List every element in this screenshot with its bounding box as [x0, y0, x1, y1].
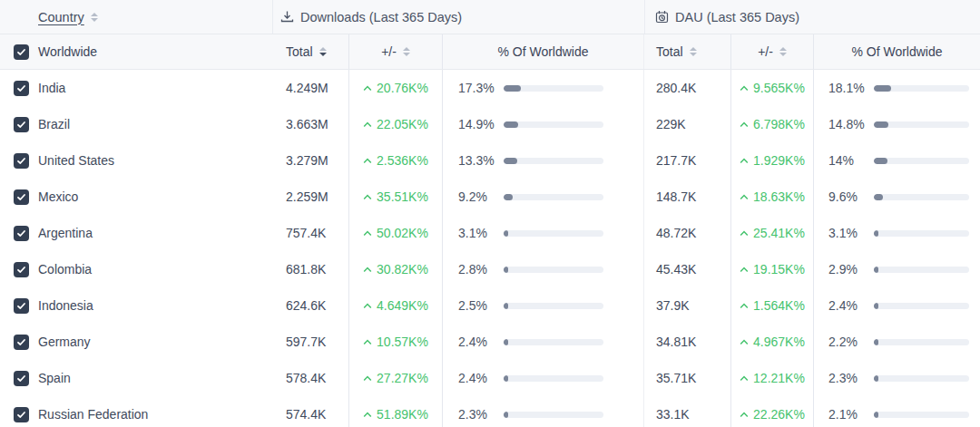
dau-total: 34.81K: [644, 324, 731, 360]
downloads-pct-text: 2.4%: [458, 371, 504, 385]
dau-total: 148.7K: [644, 179, 731, 215]
trend-up-icon: [363, 194, 372, 200]
dau-total: 33.1K: [644, 396, 731, 427]
dau-pct-fill: [874, 230, 878, 237]
dau-pct-bar: [874, 158, 969, 164]
sort-icon[interactable]: [403, 47, 410, 56]
dau-pct-text: 2.9%: [828, 262, 874, 277]
row-checkbox-cell: [0, 287, 38, 324]
trend-up-icon: [740, 412, 749, 418]
row-checkbox[interactable]: [14, 335, 29, 350]
downloads-total: 597.7K: [272, 324, 349, 360]
dau-change-cell: 4.967K%: [731, 324, 814, 360]
downloads-total: 574.4K: [272, 396, 349, 427]
sort-icon[interactable]: [319, 47, 327, 56]
dau-change-value: 9.565K%: [753, 81, 805, 95]
row-checkbox[interactable]: [14, 226, 29, 241]
dau-pct-fill: [874, 303, 878, 309]
table-row[interactable]: Brazil 3.663M 22.05K% 14.9% 229K 6.798K%…: [0, 106, 980, 142]
downloads-pct-bar: [504, 267, 603, 273]
row-checkbox[interactable]: [14, 81, 29, 96]
downloads-change-value: 51.89K%: [377, 407, 428, 422]
country-header-label[interactable]: Country: [38, 10, 84, 24]
dau-pct-bar: [874, 194, 969, 200]
table-row[interactable]: United States 3.279M 2.536K% 13.3% 217.7…: [0, 142, 980, 179]
dau-pct-bar: [874, 375, 969, 382]
downloads-change-value: 22.05K%: [377, 117, 428, 131]
dau-header-label: DAU (Last 365 Days): [675, 10, 799, 24]
dau-pct-bar: [874, 230, 969, 237]
select-all-checkbox[interactable]: [14, 44, 29, 60]
row-checkbox[interactable]: [14, 189, 29, 205]
row-checkbox[interactable]: [14, 117, 29, 132]
country-name: Argentina: [38, 215, 272, 251]
download-icon: [280, 10, 294, 24]
dau-change-value: 19.15K%: [753, 262, 805, 277]
downloads-change-value: 30.82K%: [377, 262, 428, 277]
downloads-pct-text: 2.3%: [458, 407, 504, 422]
row-checkbox-cell: [0, 70, 38, 106]
table-row[interactable]: India 4.249M 20.76K% 17.3% 280.4K 9.565K…: [0, 70, 980, 106]
row-checkbox-cell: [0, 106, 38, 142]
trend-up-icon: [740, 85, 749, 92]
downloads-total: 578.4K: [272, 360, 349, 396]
row-checkbox[interactable]: [14, 153, 29, 169]
downloads-pct-text: 2.4%: [458, 335, 504, 349]
dau-total-header[interactable]: Total: [644, 34, 731, 69]
dau-pct-text: 2.1%: [828, 407, 874, 422]
country-column-header[interactable]: Country: [0, 0, 272, 34]
dau-change-cell: 9.565K%: [731, 70, 814, 106]
dau-pct-bar: [874, 339, 969, 345]
country-name: Indonesia: [38, 287, 272, 324]
dau-pct-bar: [874, 303, 969, 309]
downloads-total-header[interactable]: Total: [272, 34, 349, 69]
table-row[interactable]: Indonesia 624.6K 4.649K% 2.5% 37.9K 1.56…: [0, 287, 980, 324]
table-row[interactable]: Russian Federation 574.4K 51.89K% 2.3% 3…: [0, 396, 980, 427]
downloads-total: 757.4K: [272, 215, 349, 251]
row-checkbox[interactable]: [14, 262, 29, 277]
downloads-pct-bar: [504, 158, 603, 164]
table-row[interactable]: Spain 578.4K 27.27K% 2.4% 35.71K 12.21K%…: [0, 360, 980, 396]
dau-total: 35.71K: [644, 360, 731, 396]
table-row[interactable]: Colombia 681.8K 30.82K% 2.8% 45.43K 19.1…: [0, 251, 980, 287]
downloads-change-cell: 50.02K%: [349, 215, 443, 251]
downloads-pct-cell: 2.8%: [443, 251, 644, 287]
table-row[interactable]: Argentina 757.4K 50.02K% 3.1% 48.72K 25.…: [0, 215, 980, 251]
downloads-pct-fill: [504, 230, 508, 237]
country-name: Mexico: [38, 179, 272, 215]
dau-total: 229K: [644, 106, 731, 142]
country-name: United States: [38, 142, 272, 179]
row-checkbox[interactable]: [14, 298, 29, 314]
dau-total: 45.43K: [644, 251, 731, 287]
row-checkbox[interactable]: [14, 407, 29, 422]
table-row[interactable]: Mexico 2.259M 35.51K% 9.2% 148.7K 18.63K…: [0, 179, 980, 215]
dau-change-cell: 1.929K%: [731, 142, 814, 179]
row-checkbox[interactable]: [14, 371, 29, 386]
dau-change-header[interactable]: +/-: [731, 34, 814, 69]
sort-icon[interactable]: [91, 13, 98, 22]
downloads-pct-bar: [504, 375, 603, 382]
trend-up-icon: [740, 121, 749, 128]
sort-icon[interactable]: [690, 47, 697, 56]
trend-up-icon: [740, 267, 749, 273]
country-name: Spain: [38, 360, 272, 396]
row-checkbox-cell: [0, 251, 38, 287]
downloads-change-cell: 22.05K%: [349, 106, 443, 142]
downloads-change-header[interactable]: +/-: [349, 34, 443, 69]
row-checkbox-cell: [0, 179, 38, 215]
downloads-change-cell: 4.649K%: [349, 287, 443, 324]
sort-icon[interactable]: [779, 47, 787, 56]
downloads-pct-fill: [504, 158, 517, 164]
downloads-total: 3.279M: [272, 142, 349, 179]
downloads-pct-fill: [504, 339, 508, 345]
country-name: Colombia: [38, 251, 272, 287]
downloads-total: 3.663M: [272, 106, 349, 142]
downloads-pct-fill: [504, 267, 508, 273]
downloads-pct-text: 17.3%: [458, 81, 504, 95]
dau-total: 48.72K: [644, 215, 731, 251]
country-metrics-table: Country Downloads (Last 365 Days) DAU (L…: [0, 0, 980, 427]
dau-pct-fill: [874, 339, 878, 345]
worldwide-row: Worldwide Total +/- % Of Worldwide Total…: [0, 34, 980, 70]
table-row[interactable]: Germany 597.7K 10.57K% 2.4% 34.81K 4.967…: [0, 324, 980, 360]
dau-change-value: 25.41K%: [753, 226, 805, 240]
